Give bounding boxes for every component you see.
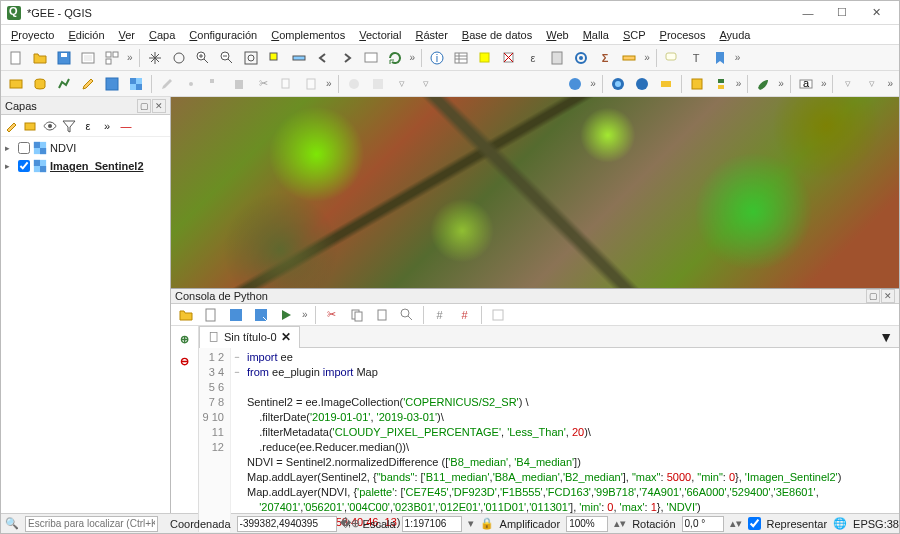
deselect-button[interactable] [498, 47, 520, 69]
cut-feature-button[interactable]: ✂ [252, 73, 274, 95]
python-editor[interactable]: 1 2 3 4 5 6 7 8 9 10 11 12 − − import ee… [199, 348, 899, 532]
menu-edición[interactable]: Edición [62, 27, 110, 43]
py-find-button[interactable] [396, 304, 418, 326]
layer-item[interactable]: ▸NDVI [5, 139, 166, 157]
scp-tool-y[interactable]: ▿ [861, 73, 883, 95]
py-save-button[interactable] [225, 304, 247, 326]
plugin-button-4[interactable]: ▿ [415, 73, 437, 95]
toolbar-overflow[interactable]: » [644, 48, 650, 68]
pan-selection-button[interactable] [168, 47, 190, 69]
python-tab[interactable]: Sin título-0 ✕ [199, 326, 300, 348]
zoom-next-button[interactable] [336, 47, 358, 69]
toolbar-overflow[interactable]: » [735, 48, 741, 68]
zoom-out-button[interactable] [216, 47, 238, 69]
identify-button[interactable]: i [426, 47, 448, 69]
new-project-button[interactable] [5, 47, 27, 69]
layers-panel-close[interactable]: ✕ [152, 99, 166, 113]
scale-input[interactable] [402, 516, 462, 532]
menu-base de datos[interactable]: Base de datos [456, 27, 538, 43]
plugin-button-1[interactable] [343, 73, 365, 95]
menu-web[interactable]: Web [540, 27, 574, 43]
scp-button-e[interactable] [686, 73, 708, 95]
menu-scp[interactable]: SCP [617, 27, 652, 43]
menu-ver[interactable]: Ver [113, 27, 142, 43]
python-console-button[interactable] [710, 73, 732, 95]
py-copy-button[interactable] [346, 304, 368, 326]
coord-input[interactable] [237, 516, 337, 532]
copy-feature-button[interactable] [276, 73, 298, 95]
layer-checkbox[interactable] [18, 142, 30, 154]
scp-button-b[interactable] [607, 73, 629, 95]
scp-button-d[interactable] [655, 73, 677, 95]
layer-expand-button[interactable]: » [98, 117, 116, 135]
py-inspector-button[interactable] [487, 304, 509, 326]
py-new-button[interactable] [200, 304, 222, 326]
zoom-selection-button[interactable] [264, 47, 286, 69]
zoom-full-button[interactable] [240, 47, 262, 69]
py-remove-icon[interactable]: ⊖ [176, 352, 194, 370]
toolbar-overflow[interactable]: » [326, 74, 332, 94]
python-tab-close[interactable]: ✕ [281, 330, 291, 344]
layer-item[interactable]: ▸Imagen_Sentinel2 [5, 157, 166, 175]
field-calc-button[interactable] [546, 47, 568, 69]
new-geopackage-button[interactable] [29, 73, 51, 95]
coord-toggle-icon[interactable]: �⊕ [343, 517, 357, 531]
stats-button[interactable]: Σ [594, 47, 616, 69]
menu-procesos[interactable]: Procesos [654, 27, 712, 43]
measure-button[interactable] [618, 47, 640, 69]
zoom-layer-button[interactable] [288, 47, 310, 69]
rot-input[interactable] [682, 516, 724, 532]
paste-feature-button[interactable] [300, 73, 322, 95]
pan-button[interactable] [144, 47, 166, 69]
layer-style-button[interactable] [3, 117, 21, 135]
minimize-button[interactable]: ― [791, 2, 825, 24]
print-layout-button[interactable] [77, 47, 99, 69]
node-tool-button[interactable] [204, 73, 226, 95]
py-add-icon[interactable]: ⊕ [176, 330, 194, 348]
toolbar-overflow[interactable]: » [127, 48, 133, 68]
edit-button[interactable] [77, 73, 99, 95]
py-saveas-button[interactable] [250, 304, 272, 326]
amp-input[interactable] [566, 516, 608, 532]
layer-add-group-button[interactable] [22, 117, 40, 135]
attr-table-button[interactable] [450, 47, 472, 69]
toolbar-overflow[interactable]: » [410, 48, 416, 68]
py-uncomment-button[interactable]: # [454, 304, 476, 326]
refresh-button[interactable] [384, 47, 406, 69]
layer-checkbox[interactable] [18, 160, 30, 172]
add-vector-button[interactable] [53, 73, 75, 95]
save-project-button[interactable] [53, 47, 75, 69]
layer-filter-button[interactable] [60, 117, 78, 135]
toolbox-button[interactable] [570, 47, 592, 69]
scp-button-c[interactable] [631, 73, 653, 95]
py-cut-button[interactable]: ✂ [321, 304, 343, 326]
crs-value[interactable]: EPSG:3857 [853, 518, 900, 530]
py-paste-button[interactable] [371, 304, 393, 326]
select-button[interactable] [474, 47, 496, 69]
maptips-button[interactable] [661, 47, 683, 69]
scp-button-a[interactable] [564, 73, 586, 95]
menu-vectorial[interactable]: Vectorial [353, 27, 407, 43]
render-checkbox[interactable] [748, 517, 761, 530]
maximize-button[interactable]: ☐ [825, 2, 859, 24]
zoom-last-button[interactable] [312, 47, 334, 69]
menu-malla[interactable]: Malla [577, 27, 615, 43]
lock-icon[interactable]: 🔒 [480, 517, 494, 531]
layers-panel-undock[interactable]: ▢ [137, 99, 151, 113]
locator-input[interactable] [25, 516, 158, 532]
map-canvas[interactable] [171, 97, 899, 288]
crs-icon[interactable]: 🌐 [833, 517, 847, 531]
delete-feature-button[interactable] [228, 73, 250, 95]
menu-ráster[interactable]: Ráster [409, 27, 453, 43]
plugin-button-2[interactable] [367, 73, 389, 95]
scp-tool-x[interactable]: ▿ [837, 73, 859, 95]
data-source-button[interactable] [5, 73, 27, 95]
menu-configuración[interactable]: Configuración [183, 27, 263, 43]
add-raster-button[interactable] [125, 73, 147, 95]
annotation-button[interactable]: T [685, 47, 707, 69]
layer-remove-button[interactable]: — [117, 117, 135, 135]
menu-complementos[interactable]: Complementos [265, 27, 351, 43]
layer-expr-button[interactable]: ε [79, 117, 97, 135]
label-a-button[interactable]: a [795, 73, 817, 95]
close-button[interactable]: ✕ [859, 2, 893, 24]
